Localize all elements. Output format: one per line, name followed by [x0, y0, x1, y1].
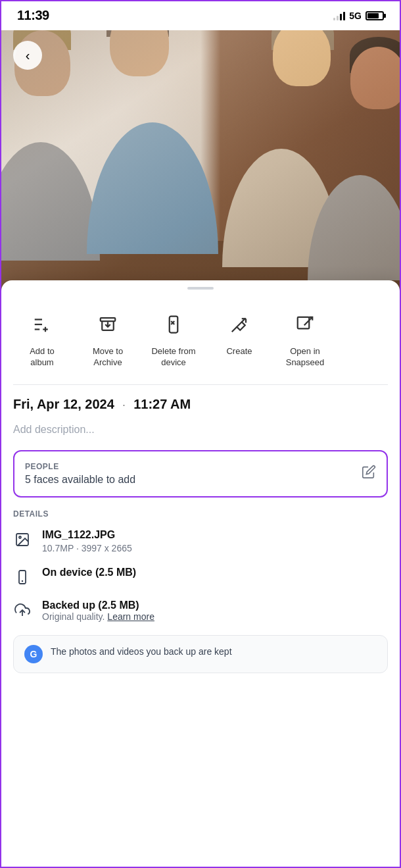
back-button[interactable]: ‹	[13, 41, 42, 70]
action-delete-from-device-label: Delete fromdevice	[151, 346, 195, 369]
delete-device-icon	[157, 308, 190, 341]
backup-quality-text: Original quality.	[42, 611, 105, 622]
status-bar: 11:39 5G	[1, 1, 400, 27]
svg-point-16	[19, 536, 21, 538]
action-create-label: Create	[226, 346, 252, 357]
bottom-sheet: Add toalbum Move toArchive	[1, 280, 400, 867]
drag-handle	[187, 287, 214, 290]
storage-label: On device (2.5 MB)	[42, 567, 136, 578]
people-count: 5 faces available to add	[25, 474, 135, 486]
learn-more-link[interactable]: Learn more	[107, 611, 154, 622]
people-content: PEOPLE 5 faces available to add	[25, 462, 135, 486]
file-dimensions: 3997 x 2665	[82, 543, 132, 553]
bottom-note-text: The photos and videos you back up are ke…	[51, 645, 232, 659]
svg-line-14	[304, 317, 313, 326]
open-external-icon	[289, 308, 321, 341]
bottom-note: G The photos and videos you back up are …	[13, 635, 388, 673]
status-icons: 5G	[333, 11, 384, 21]
image-file-icon	[13, 530, 32, 549]
cloud-upload-icon	[13, 601, 32, 619]
add-album-icon	[26, 308, 59, 341]
battery-icon	[366, 11, 384, 20]
network-label: 5G	[349, 11, 362, 21]
action-add-to-album[interactable]: Add toalbum	[9, 303, 75, 374]
svg-line-10	[232, 327, 237, 332]
action-delete-from-device[interactable]: Delete fromdevice	[141, 303, 206, 374]
action-add-to-album-label: Add toalbum	[30, 346, 55, 369]
backup-quality: Original quality. Learn more	[42, 611, 154, 622]
details-section: DETAILS IMG_1122.JPG 10.7MP · 3997 x 266…	[1, 509, 400, 622]
description-placeholder[interactable]: Add description...	[1, 417, 400, 447]
backup-label: Backed up (2.5 MB)	[42, 600, 154, 611]
action-move-to-archive-label: Move toArchive	[93, 346, 123, 369]
people-label: PEOPLE	[25, 462, 135, 471]
archive-icon	[91, 308, 124, 341]
backup-detail-item: Backed up (2.5 MB) Original quality. Lea…	[13, 600, 388, 622]
phone-icon	[13, 568, 32, 586]
action-create[interactable]: Create	[206, 303, 272, 374]
details-label: DETAILS	[13, 509, 388, 519]
actions-row: Add toalbum Move toArchive	[1, 300, 400, 384]
file-name: IMG_1122.JPG	[42, 529, 132, 541]
storage-detail-item: On device (2.5 MB)	[13, 567, 388, 586]
date-section: Fri, Apr 12, 2024 · 11:27 AM	[1, 385, 400, 417]
action-open-in-snapseed-label: Open inSnapseed	[286, 346, 325, 369]
photo-time: 11:27 AM	[133, 397, 191, 411]
file-megapixels: 10.7MP	[42, 543, 74, 553]
status-time: 11:39	[17, 8, 49, 23]
back-chevron-icon: ‹	[26, 49, 30, 62]
photo-area	[1, 30, 400, 294]
signal-bars-icon	[333, 11, 345, 20]
file-dim-separator: ·	[76, 543, 82, 553]
people-section: PEOPLE 5 faces available to add	[13, 450, 388, 498]
file-detail-item: IMG_1122.JPG 10.7MP · 3997 x 2665	[13, 529, 388, 553]
create-icon	[223, 308, 256, 341]
file-meta: 10.7MP · 3997 x 2665	[42, 543, 132, 553]
action-open-in-snapseed[interactable]: Open inSnapseed	[272, 303, 338, 374]
photo-date: Fri, Apr 12, 2024	[13, 397, 114, 411]
google-icon: G	[24, 645, 43, 663]
action-move-to-archive[interactable]: Move toArchive	[75, 303, 141, 374]
date-time-separator: ·	[122, 399, 125, 411]
svg-rect-5	[101, 318, 116, 321]
people-edit-icon[interactable]	[362, 465, 376, 482]
